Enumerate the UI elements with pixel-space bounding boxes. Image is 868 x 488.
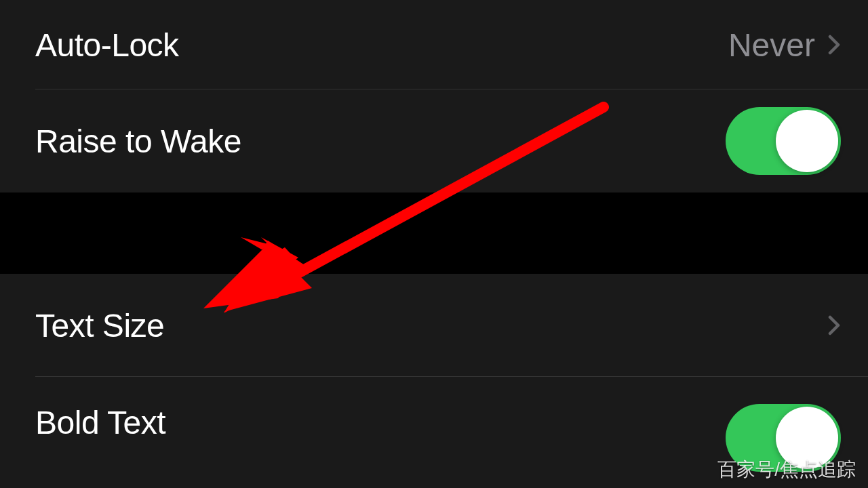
text-size-label: Text Size: [35, 307, 164, 344]
raise-to-wake-toggle[interactable]: [726, 107, 841, 175]
auto-lock-label: Auto-Lock: [35, 26, 179, 64]
row-auto-lock[interactable]: Auto-Lock Never: [0, 0, 868, 89]
watermark-text: 百家号/焦点追踪: [717, 457, 856, 483]
auto-lock-value: Never: [728, 26, 815, 64]
chevron-right-icon: [827, 34, 841, 56]
bold-text-label: Bold Text: [35, 404, 165, 441]
raise-to-wake-control: [726, 107, 841, 175]
toggle-knob-icon: [776, 110, 838, 172]
text-size-accessory: [827, 314, 841, 336]
raise-to-wake-label: Raise to Wake: [35, 123, 241, 160]
chevron-right-icon: [827, 314, 841, 336]
auto-lock-value-container: Never: [728, 26, 841, 64]
row-text-size[interactable]: Text Size: [0, 274, 868, 377]
group-separator: [0, 192, 868, 274]
settings-group-text: Text Size Bold Text: [0, 274, 868, 488]
settings-group-display: Auto-Lock Never Raise to Wake: [0, 0, 868, 192]
row-raise-to-wake: Raise to Wake: [0, 89, 868, 192]
